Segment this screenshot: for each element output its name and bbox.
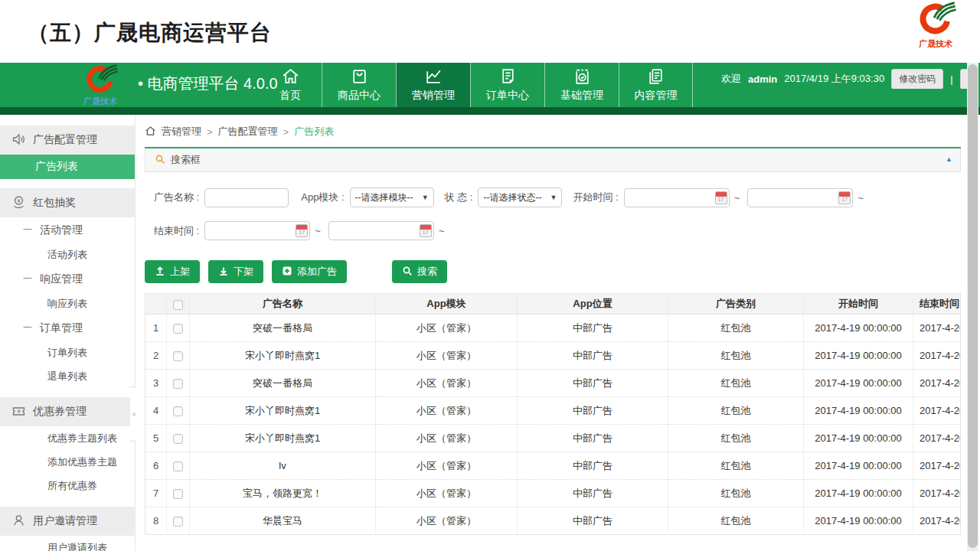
sidebar-item-activity-management[interactable]: 一 活动管理 [0,217,135,243]
sidebar-section-ad-config[interactable]: 广告配置管理 [0,126,135,155]
select-value: --请选择状态-- [483,191,541,204]
page-title: （五）广晟电商运营平台 [28,18,272,47]
breadcrumb-item[interactable]: 广告配置管理 [218,125,278,139]
col-header-app-module: App模块 [376,294,518,315]
nav-item-product-center[interactable]: 商品中心 [322,63,396,107]
nav-item-content-management[interactable]: 内容管理 [619,63,693,107]
sidebar-item-response-management[interactable]: 一 响应管理 [0,266,135,292]
search-panel-title: 搜索框 [171,153,201,167]
row-number: 7 [145,480,167,507]
table-row: 1 突破一番格局 小区（管家） 中部广告 红包池 2017-4-19 00:00… [145,315,961,342]
nav-item-base-management[interactable]: 基础管理 [544,63,619,107]
start-time-to-input[interactable] [747,188,853,207]
cell-end-time: 2017-4-20 00:00:00 [913,370,961,397]
cell-app-module: 小区（管家） [376,342,518,370]
nav-label: 营销管理 [412,89,455,103]
sidebar-item-activity-list[interactable]: 活动列表 [0,243,135,266]
ad-name-input[interactable] [204,188,289,207]
end-time-from-input[interactable] [204,221,310,240]
row-select-cell [167,342,190,370]
sidebar-section-red-packet[interactable]: ¥ 红包抽奖 [0,188,135,217]
off-shelf-button[interactable]: 下架 [208,260,263,283]
sidebar-item-ad-list-selected[interactable]: 广告列表 [0,155,135,179]
row-checkbox[interactable] [173,489,183,499]
sidebar-section-label: 优惠券管理 [33,405,87,419]
button-label: 下架 [234,265,253,279]
row-checkbox[interactable] [173,406,183,416]
collapse-dash-icon: 一 [23,321,32,334]
calendar-icon[interactable] [420,224,432,237]
company-logo-icon [915,26,956,39]
row-checkbox[interactable] [173,461,183,471]
tilde-separator: ~ [858,192,864,204]
ads-table: 广告名称 App模块 App位置 广告类别 开始时间 结束时间 1 突破一番格局… [145,293,961,535]
app-module-label: App模块 : [301,191,344,204]
cell-ad-category: 红包池 [668,507,804,535]
cell-app-module: 小区（管家） [376,315,518,342]
row-checkbox[interactable] [173,324,183,334]
nav-item-home[interactable]: 首页 [259,63,322,107]
select-all-checkbox[interactable] [173,300,183,310]
cell-end-time: 2017-4-20 00:00:00 [913,480,961,507]
calendar-icon[interactable] [838,191,851,204]
end-time-to-input[interactable] [328,221,434,240]
plus-square-icon [282,266,292,279]
nav-item-order-center[interactable]: 订单中心 [470,63,544,107]
sidebar-item-refund-list[interactable]: 退单列表 [0,364,135,388]
sidebar-item-coupon-theme-list[interactable]: 优惠券主题列表 [0,426,135,450]
row-number-header [145,294,167,315]
search-panel-header[interactable]: 搜索框 ▲ [145,148,961,172]
row-checkbox[interactable] [173,351,183,361]
cell-start-time: 2017-4-19 00:00:00 [804,480,913,507]
row-number: 4 [145,397,167,425]
cell-ad-category: 红包池 [668,370,804,397]
cell-ad-category: 红包池 [668,397,804,425]
calendar-icon[interactable] [715,191,727,204]
nav-label: 内容管理 [635,89,678,103]
add-ad-button[interactable]: 添加广告 [272,260,347,283]
nav-item-marketing[interactable]: 营销管理 [396,63,470,107]
cell-app-position: 中部广告 [518,315,668,342]
row-number: 5 [145,425,167,452]
app-module-select[interactable]: --请选择模块-- ▼ [350,187,434,207]
sidebar-section-user-invite[interactable]: 用户邀请管理 [0,507,135,536]
search-form-row-2: 结束时间 : ~ ~ [154,221,961,240]
search-icon [402,266,413,279]
user-icon [11,514,26,530]
chevron-down-icon: ▼ [422,194,429,201]
row-checkbox[interactable] [173,379,183,389]
sidebar-item-order-list[interactable]: 订单列表 [0,341,135,364]
panel-collapse-caret-icon[interactable]: ▲ [946,155,952,163]
breadcrumb-item[interactable]: 营销管理 [162,125,201,139]
megaphone-icon [11,132,26,148]
search-button[interactable]: 搜索 [392,260,447,283]
row-number: 1 [145,315,167,342]
cell-app-module: 小区（管家） [376,397,518,425]
change-password-button[interactable]: 修改密码 [891,69,943,89]
header-logo[interactable]: 广晟技术 [74,64,127,107]
on-shelf-button[interactable]: 上架 [145,260,200,283]
row-number: 2 [145,342,167,370]
sidebar-item-response-list[interactable]: 响应列表 [0,292,135,315]
row-select-cell [167,397,190,425]
table-header-row: 广告名称 App模块 App位置 广告类别 开始时间 结束时间 [145,294,961,315]
table-row: 8 华晨宝马 小区（管家） 中部广告 红包池 2017-4-19 00:00:0… [145,507,961,535]
table-toolbar: 上架 下架 添加广告 搜 [145,260,967,283]
row-checkbox[interactable] [173,434,183,444]
top-strip: （五）广晟电商运营平台 广晟技术 [0,0,980,63]
col-header-ad-name: 广告名称 [190,294,376,315]
sidebar-item-all-coupons[interactable]: 所有优惠券 [0,474,135,497]
sidebar-item-user-invite-list[interactable]: 用户邀请列表 [0,536,135,551]
start-time-from-input[interactable] [624,188,730,207]
scrollbar-thumb[interactable] [968,64,978,548]
row-checkbox[interactable] [173,517,183,527]
cell-ad-name: 华晨宝马 [190,507,376,535]
cell-ad-name: 突破一番格局 [190,315,376,342]
sidebar-section-coupon[interactable]: ¥ 优惠券管理 [0,397,135,426]
cell-app-module: 小区（管家） [376,480,518,507]
calendar-icon[interactable] [296,224,308,237]
status-select[interactable]: --请选择状态-- ▼ [478,187,562,207]
vertical-scrollbar[interactable] [967,63,978,551]
sidebar-item-order-management[interactable]: 一 订单管理 [0,315,135,341]
sidebar-item-add-coupon-theme[interactable]: 添加优惠券主题 [0,450,135,474]
